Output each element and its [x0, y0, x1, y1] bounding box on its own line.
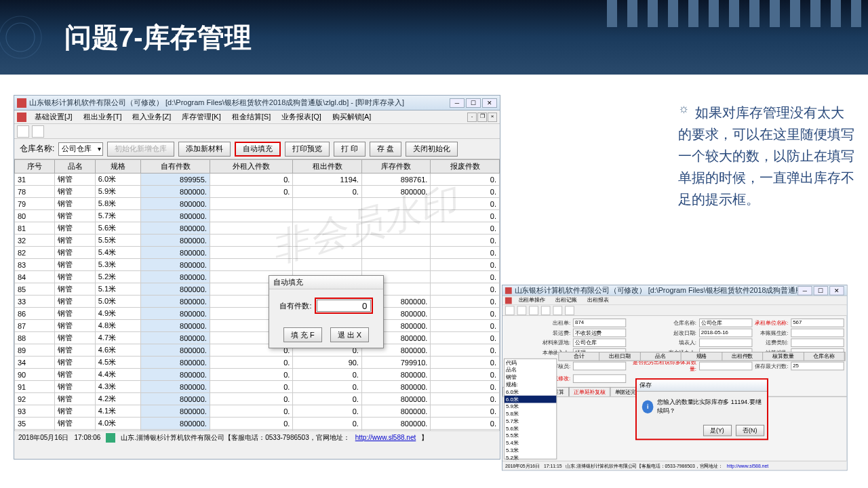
add-material-button[interactable]: 添加新材料: [178, 142, 231, 157]
close-button[interactable]: ✕: [829, 285, 844, 295]
print-preview-button[interactable]: 打印预览: [285, 142, 330, 157]
warehouse-combo[interactable]: 公司仓库: [58, 142, 103, 156]
menu-item[interactable]: 租入业务[Z]: [127, 112, 176, 122]
mdi-close[interactable]: ×: [488, 113, 497, 122]
table-row[interactable]: 93钢管4.1米800000.0.0.800000.0.: [15, 405, 500, 418]
list-item[interactable]: 5.8米: [505, 410, 556, 418]
no-button[interactable]: 否(N): [735, 425, 764, 436]
table-row[interactable]: 90钢管4.4米800000.0.0.800000.0.: [15, 369, 500, 381]
menu-item[interactable]: 租金结算[S]: [226, 112, 276, 122]
form-field[interactable]: [699, 338, 752, 347]
table-row[interactable]: 92钢管4.2米800000.0.0.800000.0.: [15, 393, 500, 405]
form-field[interactable]: 874: [573, 319, 626, 327]
list-item[interactable]: 5.6米: [505, 425, 556, 432]
list-item[interactable]: 代码: [505, 359, 556, 367]
table-row[interactable]: 80钢管5.7米800000.0.: [15, 210, 500, 222]
toolbar-button[interactable]: [32, 125, 44, 138]
list-item[interactable]: 5.4米: [505, 439, 556, 447]
table-row[interactable]: 83钢管5.3米800000.0.: [15, 259, 500, 271]
maximize-button[interactable]: ☐: [466, 98, 481, 108]
form-field[interactable]: 567: [791, 319, 844, 327]
menu-item[interactable]: 基础设置[J]: [29, 112, 78, 122]
table-row[interactable]: 81钢管5.6米800000.0.: [15, 222, 500, 235]
list-item[interactable]: 5.3米: [505, 447, 556, 454]
menu-item[interactable]: 库存管理[K]: [176, 112, 226, 122]
form-field[interactable]: [791, 338, 844, 347]
maximize-button[interactable]: ☐: [814, 285, 829, 295]
toolbar-button[interactable]: [565, 306, 574, 315]
close-button[interactable]: ✕: [482, 98, 497, 108]
status-url[interactable]: http://www.sl588.net: [355, 434, 416, 441]
title-bar: 山东银杉计算机软件有限公司（可修改） [d:\Program Files\银杉租…: [14, 96, 500, 110]
minimize-button[interactable]: ─: [450, 98, 465, 108]
print-button[interactable]: 打 印: [334, 142, 366, 157]
list-item[interactable]: 5.9米: [505, 403, 556, 410]
grid-header: 租出件数: [293, 160, 362, 174]
filter-bar: 仓库名称: 公司仓库 初始化新增仓库 添加新材料 自动填充 打印预览 打 印 存…: [14, 139, 500, 159]
list-item[interactable]: 规格:: [505, 381, 556, 388]
fill-button[interactable]: 填 充 F: [283, 327, 322, 342]
form-field[interactable]: 公司仓库: [573, 338, 626, 347]
save-button[interactable]: 存 盘: [370, 142, 401, 157]
table-row[interactable]: 34钢管4.5米800000.0.90.799910.0.: [15, 357, 500, 369]
menu-item[interactable]: 出租报表: [583, 297, 614, 304]
toolbar-button[interactable]: [529, 306, 538, 315]
form-field[interactable]: 不收装运费: [573, 329, 626, 338]
status-company: 山东.淄博银杉计算机软件有限公司【客服电话：0533-7986503，官网地址：: [121, 433, 349, 443]
menu-item[interactable]: 购买解锁[A]: [327, 112, 376, 122]
mdi-restore[interactable]: ❐: [477, 113, 487, 122]
table-row[interactable]: 82钢管5.4米800000.0.: [15, 247, 500, 259]
table-row[interactable]: 84钢管5.2米800000.0.: [15, 271, 500, 283]
menu-item[interactable]: 业务报表[Q]: [276, 112, 327, 122]
table-row[interactable]: 78钢管5.9米800000.0.0.800000.0.: [15, 186, 500, 198]
init-add-warehouse-button[interactable]: 初始化新增仓库: [107, 142, 174, 157]
form-field[interactable]: [699, 361, 752, 370]
table-row[interactable]: 79钢管5.8米800000.0.: [15, 198, 500, 210]
list-item[interactable]: 5.7米: [505, 418, 556, 425]
menu-item[interactable]: 租出业务[T]: [78, 112, 127, 122]
menu-item[interactable]: 出租记账: [551, 297, 583, 304]
list-item[interactable]: 5.5米: [505, 432, 556, 440]
form-field[interactable]: 公司仓库: [699, 319, 752, 327]
app-icon: [17, 98, 26, 108]
list-item[interactable]: 品名: [505, 367, 556, 374]
table-row[interactable]: 87钢管4.8米800000.0.0.800000.0.: [15, 320, 500, 332]
table-row[interactable]: 89钢管4.6米800000.0.0.800000.0.: [15, 344, 500, 357]
mdi-minimize[interactable]: -: [467, 113, 477, 122]
table-row[interactable]: 35钢管4.0米800000.0.0.800000.0.: [15, 418, 500, 430]
tab[interactable]: 正单延补复核: [569, 387, 610, 396]
toolbar-button[interactable]: [553, 306, 562, 315]
minimize-button[interactable]: ─: [797, 285, 812, 295]
form-field[interactable]: [573, 374, 626, 383]
toolbar-button[interactable]: [517, 306, 527, 315]
table-row[interactable]: 91钢管4.3米800000.0.0.800000.0.: [15, 381, 500, 393]
close-init-button[interactable]: 关闭初始化: [406, 142, 458, 157]
form-field[interactable]: [573, 361, 626, 370]
toolbar-button[interactable]: [541, 306, 551, 315]
grid-header: 规格: [95, 160, 141, 174]
dialog-title: 自动填充: [269, 276, 383, 289]
table-row[interactable]: 86钢管4.9米800000.0.0.800000.0.: [15, 308, 500, 320]
exit-button[interactable]: 退 出 X: [330, 327, 369, 342]
form-field[interactable]: 25: [791, 361, 844, 370]
form-field[interactable]: 2018-05-16: [699, 329, 752, 338]
table-row[interactable]: 85钢管5.1米800000.0.: [15, 283, 500, 296]
form-field[interactable]: [791, 329, 844, 338]
material-select-panel[interactable]: 代码品名钢管规格:6.0米6.0米5.9米5.8米5.7米5.6米5.5米5.4…: [504, 359, 557, 460]
table-row[interactable]: 31钢管6.0米899955.0.1194.898761.0.: [15, 174, 500, 186]
info-icon: i: [642, 401, 654, 414]
own-count-input[interactable]: [317, 300, 371, 312]
toolbar-button[interactable]: [17, 125, 29, 138]
list-item[interactable]: 6.0米: [505, 396, 556, 403]
yes-button[interactable]: 是(Y): [703, 425, 731, 436]
inventory-grid[interactable]: 非会员水印 序号品名规格自有件数外租入件数租出件数库存件数报废件数31钢管6.0…: [14, 159, 500, 430]
list-item[interactable]: 钢管: [505, 373, 556, 381]
table-row[interactable]: 33钢管5.0米800000.0.0.800000.0.: [15, 296, 500, 308]
auto-fill-button[interactable]: 自动填充: [235, 142, 281, 157]
table-row[interactable]: 94钢管3.9米800000.0.0.800000.0.: [15, 430, 500, 431]
toolbar-button[interactable]: [505, 306, 515, 315]
menu-item[interactable]: 出租单操作: [513, 297, 551, 304]
list-item[interactable]: 6.0米: [505, 388, 556, 396]
table-row[interactable]: 32钢管5.5米800000.0.: [15, 235, 500, 247]
table-row[interactable]: 88钢管4.7米800000.0.0.800000.0.: [15, 332, 500, 344]
